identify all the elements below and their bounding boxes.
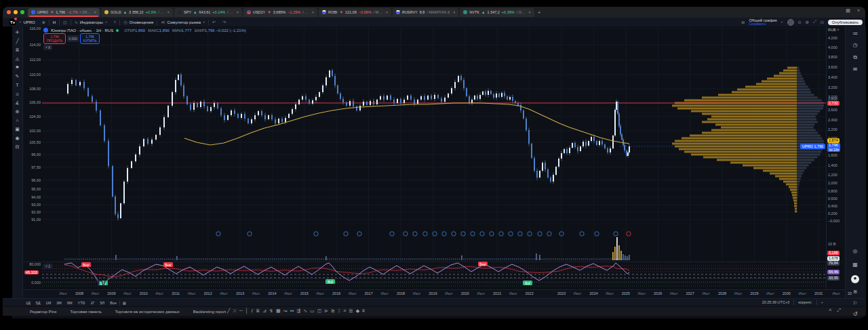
range-button-1Д[interactable]: 1Д	[23, 301, 33, 305]
adjust-label[interactable]: коррект.	[798, 300, 812, 304]
tool-fib-lines-icon[interactable]: ≣	[14, 45, 22, 54]
time-axis-year[interactable]: 2013	[236, 291, 244, 295]
draw-tool-icon-9[interactable]: ↝	[283, 308, 288, 314]
tool-brush-icon[interactable]: ✎	[14, 72, 22, 81]
range-button-1М[interactable]: 1М	[43, 301, 54, 305]
clock-label[interactable]: 20:25:39 UTC+3	[762, 300, 790, 304]
draw-tool-icon-8[interactable]: ▦	[276, 308, 281, 314]
browser-tab-robi[interactable]: ROBI▼121,08−0.08%/ М…×	[319, 8, 391, 17]
chat-icon[interactable]: ✉	[851, 66, 859, 75]
range-button-6М[interactable]: 6М	[64, 301, 75, 305]
axis-currency-label[interactable]: RUB ˅	[828, 28, 844, 32]
time-axis-year[interactable]: 2027	[686, 291, 694, 295]
browser-tab-gold[interactable]: GOLD▲3 358,22+0.3%/ …×	[101, 8, 173, 17]
draw-tool-icon-19[interactable]: ☰	[349, 308, 353, 314]
bottom-tab-торговая[interactable]: Торговая панель	[64, 310, 108, 314]
time-axis-year[interactable]: 2016	[332, 291, 340, 295]
draw-tool-icon-10[interactable]: ↭	[290, 308, 294, 314]
sidebar-toggle-icon[interactable]: ▤	[846, 8, 850, 14]
draw-tool-icon-6[interactable]: ⊿	[262, 308, 267, 314]
draw-tool-icon-15[interactable]: ⊳	[324, 308, 328, 314]
time-axis-year[interactable]: 2011	[172, 291, 180, 295]
draw-tool-icon-4[interactable]: ⫽	[251, 308, 253, 314]
layout-grid-icon[interactable]: ⊞	[741, 20, 745, 24]
draw-tool-icon-21[interactable]: #	[362, 308, 365, 313]
draw-tool-icon-20[interactable]: ◆	[356, 308, 359, 314]
menu-active-icon[interactable]: ●	[851, 275, 859, 283]
time-axis-year[interactable]: 2009	[107, 291, 115, 295]
time-axis-year[interactable]: 2024	[589, 291, 597, 295]
undo-button[interactable]: ↶	[209, 18, 219, 26]
new-tab-button[interactable]: +	[538, 9, 541, 16]
range-button-3М[interactable]: 3М	[54, 301, 64, 305]
tab-close-icon[interactable]: ×	[529, 10, 531, 14]
time-axis-year[interactable]: 2015	[300, 291, 309, 295]
indicators-button[interactable]: ∿Индикаторы˅	[71, 18, 111, 26]
streams-icon[interactable]: ◎	[851, 248, 859, 256]
draw-tool-icon-0[interactable]: ╱	[227, 308, 230, 314]
close-window-button[interactable]	[7, 10, 11, 14]
bottom-tab-торговля[interactable]: Торговля на исторических данных	[108, 310, 186, 314]
time-axis-year[interactable]: 2008	[75, 291, 83, 295]
range-button-5Д[interactable]: 5Д	[33, 301, 43, 305]
draw-tool-icon-17[interactable]: ⌶	[338, 308, 340, 314]
draw-tool-icon-13[interactable]: ▭	[310, 308, 315, 314]
tool-lock-icon[interactable]: ▣	[14, 125, 22, 133]
browser-tab-rusrvy[interactable]: RUSRVY8,8/ МАКРУХА З×	[393, 8, 458, 17]
tool-eye-icon[interactable]: ◉	[14, 133, 22, 142]
browser-tab-nvtk[interactable]: NVTK▲1 347,2+0.39%/ О…×	[460, 8, 534, 17]
camera-icon[interactable]: ⊡	[821, 20, 824, 24]
bell-icon[interactable]: ⚐	[851, 300, 859, 308]
history-icon[interactable]: ↺	[851, 311, 859, 319]
pane-collapse-controls[interactable]: ˄⤢	[829, 308, 841, 313]
time-axis-year[interactable]: 2021	[493, 291, 501, 295]
zoom-window-button[interactable]	[20, 10, 24, 14]
browser-tab-upro[interactable]: UPRO▼1,796−1.7%/ Об…×	[28, 8, 100, 17]
sell-button[interactable]: 1,796ПРОДАТЬ	[43, 33, 66, 44]
time-axis-year[interactable]: 2012	[203, 291, 212, 295]
symbol-search[interactable]: ⌕UPRO	[16, 18, 39, 26]
time-axis-year[interactable]: 2030	[783, 291, 791, 295]
tab-close-icon[interactable]: ×	[167, 10, 170, 14]
tab-close-icon[interactable]: ×	[386, 10, 388, 14]
tool-magnet-icon[interactable]: ∩	[14, 116, 22, 125]
draw-tool-icon-3[interactable]: │	[245, 308, 248, 313]
chevron-down-icon[interactable]: ˅	[857, 8, 860, 14]
replay-button[interactable]: ≪Симулятор рынка˅	[157, 18, 208, 26]
tab-close-icon[interactable]: ×	[312, 10, 314, 14]
calendar-icon[interactable]: ▦	[851, 262, 859, 270]
time-axis-year[interactable]: 2017	[364, 291, 372, 295]
chart-type-button[interactable]: ◫	[60, 18, 71, 26]
range-button-YTD[interactable]: YTD	[75, 301, 88, 305]
window-controls[interactable]: ▤˅	[846, 8, 860, 14]
range-button-Все[interactable]: Все	[107, 301, 119, 305]
tool-emoji-icon[interactable]: ☺	[14, 89, 22, 98]
draw-tool-icon-11[interactable]: ⇶	[296, 308, 300, 314]
fullscreen-icon[interactable]: ⤢	[813, 20, 816, 24]
interval-button[interactable]: Н	[50, 18, 59, 26]
legend-collapse-chip[interactable]: ˅ 8	[43, 45, 52, 50]
range-button-1Г[interactable]: 1Г	[88, 301, 98, 305]
draw-tool-icon-16[interactable]: ⊵	[331, 308, 335, 314]
time-axis-year[interactable]: 2010	[140, 291, 148, 295]
time-axis-year[interactable]: 2022	[525, 291, 533, 295]
time-axis-year[interactable]: 2031	[814, 291, 823, 295]
alerts-clock-icon[interactable]: ◷	[851, 42, 859, 50]
browser-tab-usd2y[interactable]: USD2Y▼3,685%−1.29%/ …×	[243, 8, 317, 17]
bottom-tab-редактор[interactable]: Редактор Pine	[23, 310, 64, 314]
compare-button[interactable]: ⊕	[39, 18, 49, 26]
time-axis-year[interactable]: 2025	[622, 291, 630, 295]
draw-tool-icon-2[interactable]: ─	[239, 308, 243, 313]
templates-button[interactable]: ⌗	[111, 18, 119, 26]
watchlist-icon[interactable]: ≔	[851, 30, 859, 39]
browser-tab-spy[interactable]: SPY▲643,61+0.14%/ …×	[174, 8, 242, 17]
range-button-5Л[interactable]: 5Л	[98, 301, 108, 305]
tool-text-icon[interactable]: T	[14, 81, 22, 89]
tool-trash-icon[interactable]: ⊟	[14, 142, 22, 151]
alerts-button[interactable]: ◷Оповещения	[120, 18, 157, 26]
time-axis-year[interactable]: 2023	[557, 291, 566, 295]
time-axis-year[interactable]: 2026	[654, 291, 662, 295]
publish-button[interactable]: Опубликовать	[828, 20, 863, 25]
layers-icon[interactable]: ⧉	[851, 54, 859, 62]
collapse-pane-icon[interactable]: ˄	[829, 308, 831, 313]
